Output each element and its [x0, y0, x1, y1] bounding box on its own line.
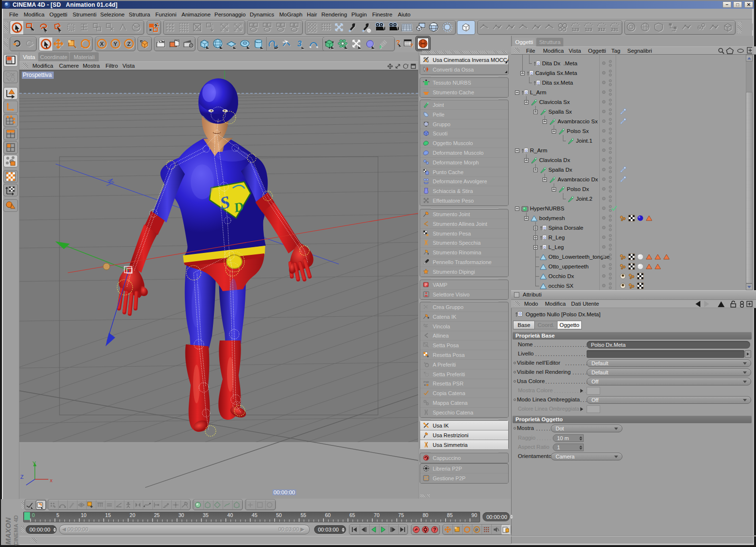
svg-text:0: 0 [525, 90, 528, 94]
svg-text:?: ? [410, 43, 413, 48]
svg-text:123: 123 [572, 27, 579, 32]
svg-text:231: 231 [611, 27, 618, 32]
svg-text:x: x [50, 477, 53, 483]
svg-text:123: 123 [585, 27, 592, 32]
svg-text:?: ? [433, 527, 436, 532]
svg-text:P: P [475, 528, 478, 532]
svg-text:55: 55 [301, 512, 306, 518]
svg-text:PSR: PSR [423, 381, 429, 384]
svg-text:10: 10 [81, 512, 87, 518]
svg-text:0: 0 [544, 235, 546, 239]
svg-text:X: X [100, 41, 104, 47]
svg-text:0: 0 [544, 245, 546, 249]
svg-text:85: 85 [447, 512, 453, 518]
svg-text:0: 0 [32, 512, 35, 518]
svg-text:Z: Z [127, 41, 131, 47]
svg-text:65: 65 [349, 512, 355, 518]
svg-text:70: 70 [374, 512, 379, 518]
svg-text:40: 40 [227, 512, 233, 518]
svg-text:80: 80 [423, 512, 428, 518]
svg-text:45: 45 [252, 512, 257, 518]
svg-text:75: 75 [398, 512, 404, 518]
svg-text:Z: Z [20, 474, 24, 480]
svg-text:25: 25 [154, 512, 160, 518]
svg-text:0: 0 [519, 311, 521, 316]
svg-text:0: 0 [544, 225, 546, 230]
svg-text:20: 20 [130, 512, 136, 518]
svg-text:0: 0 [537, 80, 540, 85]
svg-text:3: 3 [298, 40, 302, 48]
svg-text:15: 15 [105, 512, 111, 518]
svg-text:5: 5 [57, 512, 60, 518]
svg-text:35: 35 [203, 512, 209, 518]
svg-text:312: 312 [598, 27, 605, 32]
svg-text:0: 0 [525, 148, 528, 152]
svg-text:MAXON: MAXON [4, 517, 12, 545]
svg-text:50: 50 [276, 512, 282, 518]
svg-text:60: 60 [325, 512, 331, 518]
svg-text:0: 0 [530, 71, 533, 75]
svg-text:60: 60 [697, 25, 703, 30]
svg-text:Y: Y [114, 41, 118, 47]
svg-text:CINEMA 4D: CINEMA 4D [13, 515, 19, 546]
svg-text:90: 90 [471, 512, 477, 518]
svg-text:30: 30 [179, 512, 184, 518]
svg-text:Y: Y [32, 460, 36, 466]
svg-text:0: 0 [537, 61, 540, 65]
